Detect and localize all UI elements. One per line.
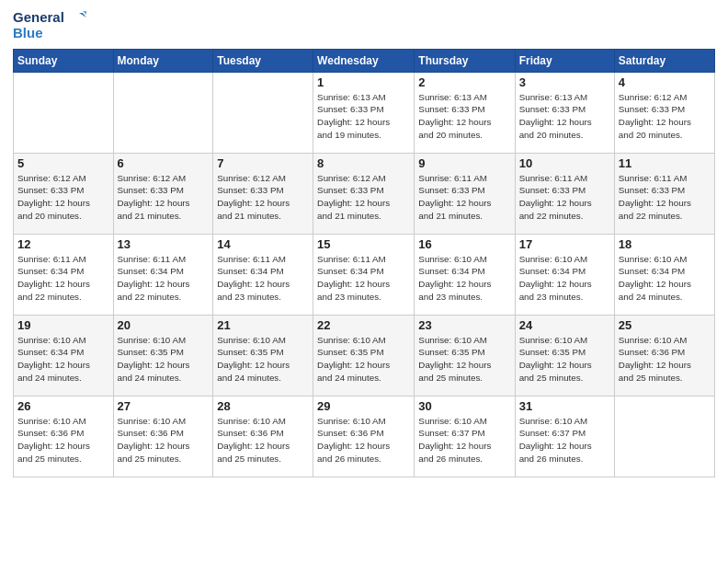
day-info: Sunrise: 6:10 AM Sunset: 6:36 PM Dayligh… xyxy=(317,415,410,465)
day-number: 19 xyxy=(17,318,109,332)
calendar-cell: 20Sunrise: 6:10 AM Sunset: 6:35 PM Dayli… xyxy=(113,315,213,396)
day-number: 11 xyxy=(619,156,711,170)
day-number: 28 xyxy=(217,399,309,413)
day-number: 16 xyxy=(418,237,510,251)
calendar-cell xyxy=(213,72,313,153)
day-info: Sunrise: 6:10 AM Sunset: 6:36 PM Dayligh… xyxy=(118,415,210,465)
day-info: Sunrise: 6:11 AM Sunset: 6:34 PM Dayligh… xyxy=(17,253,109,304)
day-info: Sunrise: 6:11 AM Sunset: 6:34 PM Dayligh… xyxy=(217,253,309,304)
calendar-cell: 19Sunrise: 6:10 AM Sunset: 6:34 PM Dayli… xyxy=(14,315,114,396)
calendar-cell: 6Sunrise: 6:12 AM Sunset: 6:33 PM Daylig… xyxy=(113,153,213,234)
day-number: 25 xyxy=(619,318,711,332)
calendar-cell: 12Sunrise: 6:11 AM Sunset: 6:34 PM Dayli… xyxy=(14,234,114,315)
day-info: Sunrise: 6:10 AM Sunset: 6:35 PM Dayligh… xyxy=(519,334,610,385)
weekday-header-tuesday: Tuesday xyxy=(213,49,313,72)
day-info: Sunrise: 6:10 AM Sunset: 6:37 PM Dayligh… xyxy=(418,415,510,465)
calendar-cell: 18Sunrise: 6:10 AM Sunset: 6:34 PM Dayli… xyxy=(614,234,714,315)
calendar-cell: 26Sunrise: 6:10 AM Sunset: 6:36 PM Dayli… xyxy=(14,396,114,477)
calendar-cell xyxy=(614,396,714,477)
calendar-body: 1Sunrise: 6:13 AM Sunset: 6:33 PM Daylig… xyxy=(14,72,715,477)
logo: General Blue xyxy=(13,9,86,41)
calendar-cell: 8Sunrise: 6:12 AM Sunset: 6:33 PM Daylig… xyxy=(313,153,415,234)
day-info: Sunrise: 6:10 AM Sunset: 6:34 PM Dayligh… xyxy=(17,334,109,385)
day-info: Sunrise: 6:12 AM Sunset: 6:33 PM Dayligh… xyxy=(217,172,309,223)
calendar-cell xyxy=(113,72,213,153)
calendar-cell: 23Sunrise: 6:10 AM Sunset: 6:35 PM Dayli… xyxy=(415,315,515,396)
day-info: Sunrise: 6:11 AM Sunset: 6:34 PM Dayligh… xyxy=(317,253,410,304)
weekday-header-monday: Monday xyxy=(113,49,213,72)
day-info: Sunrise: 6:10 AM Sunset: 6:37 PM Dayligh… xyxy=(519,415,610,465)
page: General Blue SundayMondayTuesdayWednesda… xyxy=(0,0,728,563)
day-info: Sunrise: 6:11 AM Sunset: 6:33 PM Dayligh… xyxy=(418,172,510,223)
calendar-cell: 22Sunrise: 6:10 AM Sunset: 6:35 PM Dayli… xyxy=(313,315,415,396)
calendar-cell: 13Sunrise: 6:11 AM Sunset: 6:34 PM Dayli… xyxy=(113,234,213,315)
day-number: 30 xyxy=(418,399,510,413)
day-number: 17 xyxy=(519,237,610,251)
day-info: Sunrise: 6:13 AM Sunset: 6:33 PM Dayligh… xyxy=(519,91,610,142)
day-number: 13 xyxy=(118,237,210,251)
calendar-cell xyxy=(14,72,114,153)
calendar-cell: 4Sunrise: 6:12 AM Sunset: 6:33 PM Daylig… xyxy=(614,72,714,153)
day-number: 5 xyxy=(17,156,109,170)
calendar-header: SundayMondayTuesdayWednesdayThursdayFrid… xyxy=(14,49,715,72)
calendar-cell: 9Sunrise: 6:11 AM Sunset: 6:33 PM Daylig… xyxy=(415,153,515,234)
day-number: 27 xyxy=(118,399,210,413)
weekday-header-friday: Friday xyxy=(515,49,614,72)
calendar-cell: 31Sunrise: 6:10 AM Sunset: 6:37 PM Dayli… xyxy=(515,396,614,477)
day-info: Sunrise: 6:10 AM Sunset: 6:34 PM Dayligh… xyxy=(519,253,610,304)
week-row-1: 5Sunrise: 6:12 AM Sunset: 6:33 PM Daylig… xyxy=(14,153,715,234)
calendar-cell: 28Sunrise: 6:10 AM Sunset: 6:36 PM Dayli… xyxy=(213,396,313,477)
logo-text-blue: Blue xyxy=(13,25,86,40)
calendar-cell: 16Sunrise: 6:10 AM Sunset: 6:34 PM Dayli… xyxy=(415,234,515,315)
logo-text-general: General xyxy=(13,9,64,25)
day-number: 21 xyxy=(217,318,309,332)
calendar-cell: 25Sunrise: 6:10 AM Sunset: 6:36 PM Dayli… xyxy=(614,315,714,396)
day-info: Sunrise: 6:12 AM Sunset: 6:33 PM Dayligh… xyxy=(118,172,210,223)
calendar-cell: 17Sunrise: 6:10 AM Sunset: 6:34 PM Dayli… xyxy=(515,234,614,315)
week-row-4: 26Sunrise: 6:10 AM Sunset: 6:36 PM Dayli… xyxy=(14,396,715,477)
day-info: Sunrise: 6:10 AM Sunset: 6:36 PM Dayligh… xyxy=(619,334,711,385)
calendar-cell: 24Sunrise: 6:10 AM Sunset: 6:35 PM Dayli… xyxy=(515,315,614,396)
day-info: Sunrise: 6:10 AM Sunset: 6:36 PM Dayligh… xyxy=(217,415,309,465)
week-row-0: 1Sunrise: 6:13 AM Sunset: 6:33 PM Daylig… xyxy=(14,72,715,153)
day-number: 10 xyxy=(519,156,610,170)
day-number: 6 xyxy=(118,156,210,170)
day-number: 18 xyxy=(619,237,711,251)
day-info: Sunrise: 6:13 AM Sunset: 6:33 PM Dayligh… xyxy=(418,91,510,142)
day-number: 8 xyxy=(317,156,410,170)
day-number: 12 xyxy=(17,237,109,251)
logo-bird-icon xyxy=(66,11,86,24)
header: General Blue xyxy=(13,9,715,41)
day-number: 7 xyxy=(217,156,309,170)
day-info: Sunrise: 6:12 AM Sunset: 6:33 PM Dayligh… xyxy=(17,172,109,223)
day-number: 15 xyxy=(317,237,410,251)
day-number: 3 xyxy=(519,75,610,89)
day-number: 2 xyxy=(418,75,510,89)
day-info: Sunrise: 6:10 AM Sunset: 6:35 PM Dayligh… xyxy=(118,334,210,385)
weekday-header-saturday: Saturday xyxy=(614,49,714,72)
day-number: 20 xyxy=(118,318,210,332)
day-info: Sunrise: 6:11 AM Sunset: 6:33 PM Dayligh… xyxy=(519,172,610,223)
day-info: Sunrise: 6:13 AM Sunset: 6:33 PM Dayligh… xyxy=(317,91,410,142)
day-number: 1 xyxy=(317,75,410,89)
calendar-cell: 2Sunrise: 6:13 AM Sunset: 6:33 PM Daylig… xyxy=(415,72,515,153)
day-info: Sunrise: 6:10 AM Sunset: 6:35 PM Dayligh… xyxy=(217,334,309,385)
weekday-header-sunday: Sunday xyxy=(14,49,114,72)
calendar-cell: 1Sunrise: 6:13 AM Sunset: 6:33 PM Daylig… xyxy=(313,72,415,153)
day-number: 26 xyxy=(17,399,109,413)
week-row-2: 12Sunrise: 6:11 AM Sunset: 6:34 PM Dayli… xyxy=(14,234,715,315)
day-number: 22 xyxy=(317,318,410,332)
calendar-cell: 11Sunrise: 6:11 AM Sunset: 6:33 PM Dayli… xyxy=(614,153,714,234)
calendar-cell: 7Sunrise: 6:12 AM Sunset: 6:33 PM Daylig… xyxy=(213,153,313,234)
calendar-cell: 15Sunrise: 6:11 AM Sunset: 6:34 PM Dayli… xyxy=(313,234,415,315)
day-info: Sunrise: 6:10 AM Sunset: 6:34 PM Dayligh… xyxy=(619,253,711,304)
day-number: 9 xyxy=(418,156,510,170)
calendar-cell: 30Sunrise: 6:10 AM Sunset: 6:37 PM Dayli… xyxy=(415,396,515,477)
calendar-cell: 21Sunrise: 6:10 AM Sunset: 6:35 PM Dayli… xyxy=(213,315,313,396)
week-row-3: 19Sunrise: 6:10 AM Sunset: 6:34 PM Dayli… xyxy=(14,315,715,396)
day-number: 31 xyxy=(519,399,610,413)
day-info: Sunrise: 6:11 AM Sunset: 6:34 PM Dayligh… xyxy=(118,253,210,304)
calendar-cell: 29Sunrise: 6:10 AM Sunset: 6:36 PM Dayli… xyxy=(313,396,415,477)
day-number: 14 xyxy=(217,237,309,251)
day-number: 23 xyxy=(418,318,510,332)
